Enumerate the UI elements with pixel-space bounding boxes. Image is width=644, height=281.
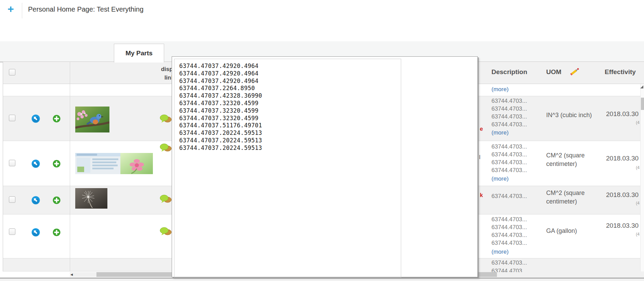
description-value: 63744.4703... (491, 98, 527, 104)
effectivity-note: (4 (606, 120, 640, 125)
description-value: 63744.4703... (491, 113, 527, 120)
comments-icon[interactable] (160, 227, 172, 237)
part-thumbnail-screenshot-flower[interactable] (75, 153, 153, 174)
column-header-description[interactable]: Description (491, 68, 527, 76)
popup-value: 63744.47037.20224.59513 (179, 129, 401, 137)
column-header-uom[interactable]: UOM (546, 68, 561, 76)
uom-value: IN^3 (cubic inch) (546, 111, 599, 120)
vertical-scrollbar-thumb[interactable] (641, 98, 644, 110)
popup-value: 63744.47037.42920.4964 (179, 78, 401, 85)
column-header-effectivity[interactable]: Effectivity (605, 68, 636, 76)
open-link-globe-icon[interactable] (31, 228, 40, 237)
description-value: 63744.4703... (491, 259, 527, 266)
value-list-panel: 63744.47037.42920.4964 63744.47037.42920… (174, 59, 401, 278)
clipped-cell-text: k (480, 192, 483, 198)
row-checkbox[interactable] (9, 160, 15, 166)
value-list-popup[interactable]: 63744.47037.42920.4964 63744.47037.42920… (172, 56, 478, 277)
popup-value: 63744.47037.32320.4599 (179, 107, 401, 115)
effectivity-date: 2018.03.30 (606, 110, 639, 118)
popup-value: 63744.47037.51176.49701 (179, 122, 401, 129)
bottom-strip (0, 279, 644, 281)
scroll-corner-triangle (640, 85, 643, 88)
effectivity-note: (4 (606, 165, 640, 170)
description-value: 63744.4703... (491, 216, 527, 223)
scroll-left-arrow[interactable]: ◀ (70, 273, 73, 276)
page-title: Personal Home Page: Test Everything (28, 5, 144, 13)
select-all-checkbox[interactable] (9, 69, 15, 75)
effectivity-note: (4 (606, 232, 640, 237)
effectivity-note: (4 (606, 201, 640, 206)
more-link[interactable]: (more) (491, 86, 509, 93)
table-left-border (3, 61, 3, 271)
edit-pencil-icon[interactable] (570, 68, 579, 76)
description-value: 63744.4703... (491, 121, 527, 128)
part-thumbnail-bird[interactable] (75, 107, 109, 132)
popup-value: 63744.47037.32320.4599 (179, 100, 401, 107)
column-border (70, 61, 70, 271)
clipped-cell-text: l (479, 154, 481, 160)
part-thumbnail-dandelion[interactable] (75, 188, 107, 209)
uom-value: CM^2 (square centimeter) (546, 151, 601, 168)
row-checkbox[interactable] (9, 196, 15, 203)
add-to-collection-icon[interactable] (53, 160, 61, 168)
description-value: 63744.4703... (491, 159, 527, 166)
header-divider (22, 3, 22, 18)
popup-value: 63744.47037.20224.59513 (179, 137, 401, 144)
effectivity-date: 2018.03.30 (606, 191, 639, 199)
popup-value: 63744.47037.42920.4964 (179, 62, 401, 70)
uom-value: CM^2 (square centimeter) (546, 189, 601, 206)
effectivity-date: 2018.03.30 (606, 222, 639, 229)
popup-value: 63744.47037.42920.4964 (179, 70, 401, 78)
open-link-globe-icon[interactable] (31, 114, 40, 123)
row-checkbox[interactable] (9, 115, 15, 121)
comments-icon[interactable] (160, 194, 172, 204)
more-link[interactable]: (more) (491, 129, 509, 136)
popup-value: 63744.47037.32320.4599 (179, 115, 401, 122)
add-to-collection-icon[interactable] (53, 115, 61, 123)
description-value: 63744.4703... (491, 240, 527, 247)
more-link[interactable]: (more) (491, 249, 509, 255)
popup-value: 63744.47037.2264.8950 (179, 85, 401, 92)
comments-icon[interactable] (160, 143, 172, 153)
add-to-collection-icon[interactable] (53, 228, 61, 236)
description-value: 63744.4703... (491, 232, 527, 239)
more-link[interactable]: (more) (491, 175, 509, 182)
description-value: 63744.4703... (491, 143, 527, 150)
clipped-cell-text: e (480, 126, 483, 132)
tab-bar: Collections Projects My Parts My Parts I… (0, 21, 644, 41)
open-link-globe-icon[interactable] (31, 159, 40, 168)
comments-icon[interactable] (160, 114, 172, 124)
description-value: 63744.4703... (491, 106, 527, 112)
vertical-scrollbar-track[interactable] (640, 84, 644, 271)
description-value: 63744.4703... (491, 224, 527, 231)
popup-value: 63744.47037.20224.59513 (179, 144, 401, 152)
description-value: 63744.4703... (491, 151, 527, 158)
add-to-collection-icon[interactable] (53, 196, 61, 204)
tab-my-parts-label: My Parts (126, 50, 153, 57)
effectivity-date: 2018.03.30 (606, 155, 639, 162)
window-header: + Personal Home Page: Test Everything (0, 0, 644, 22)
description-value: 63744.4703... (491, 167, 527, 174)
open-link-globe-icon[interactable] (31, 196, 40, 205)
popup-value: 63744.47037.42328.36990 (179, 92, 401, 100)
uom-value: GA (gallon) (546, 227, 601, 235)
row-checkbox[interactable] (9, 228, 15, 235)
tab-my-parts[interactable]: My Parts (114, 44, 164, 62)
add-tab-icon[interactable]: + (8, 3, 14, 15)
description-value: 63744.4703... (491, 193, 527, 200)
